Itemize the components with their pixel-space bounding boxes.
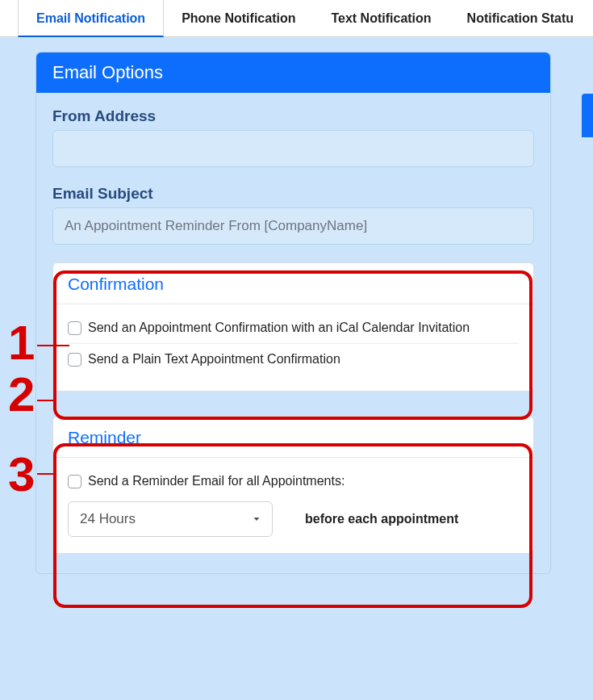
reminder-all-checkbox[interactable]	[68, 475, 81, 488]
reminder-lead-time-value: 24 Hours	[80, 511, 136, 527]
tabs-bar: Email Notification Phone Notification Te…	[0, 0, 593, 37]
from-address-input[interactable]	[52, 130, 534, 167]
tab-phone-notification[interactable]: Phone Notification	[164, 0, 313, 36]
tab-email-notification[interactable]: Email Notification	[18, 0, 164, 37]
reminder-title: Reminder	[53, 417, 533, 458]
chevron-down-icon	[251, 513, 262, 525]
panel-title: Email Options	[36, 52, 550, 93]
email-options-panel: Email Options From Address Email Subject…	[35, 52, 551, 574]
confirmation-title: Confirmation	[53, 263, 533, 304]
annotation-number-3: 3	[8, 451, 35, 499]
reminder-all-label: Send a Reminder Email for all Appointmen…	[88, 474, 345, 488]
annotation-number-2: 2	[8, 371, 35, 419]
tab-text-notification[interactable]: Text Notification	[313, 0, 449, 36]
tab-notification-status[interactable]: Notification Statu	[449, 0, 574, 36]
confirmation-card: Confirmation Send an Appointment Confirm…	[52, 262, 534, 392]
annotation-line-3	[37, 473, 53, 475]
reminder-caption: before each appointment	[305, 512, 458, 526]
email-subject-label: Email Subject	[52, 185, 534, 203]
confirmation-ical-label: Send an Appointment Confirmation with an…	[88, 321, 470, 335]
confirmation-plain-label: Send a Plain Text Appointment Confirmati…	[88, 352, 340, 367]
confirmation-plain-checkbox[interactable]	[68, 353, 81, 367]
annotation-line-2	[37, 400, 53, 401]
annotation-line-1	[37, 345, 69, 346]
email-subject-input[interactable]	[52, 207, 534, 245]
reminder-lead-time-select[interactable]: 24 Hours	[68, 501, 273, 537]
reminder-card: Reminder Send a Reminder Email for all A…	[52, 416, 534, 554]
annotation-number-1: 1	[8, 319, 35, 367]
from-address-label: From Address	[52, 107, 534, 125]
confirmation-ical-checkbox[interactable]	[68, 321, 81, 335]
adjacent-panel-sliver	[582, 94, 593, 137]
content-area: Email Options From Address Email Subject…	[0, 37, 593, 700]
